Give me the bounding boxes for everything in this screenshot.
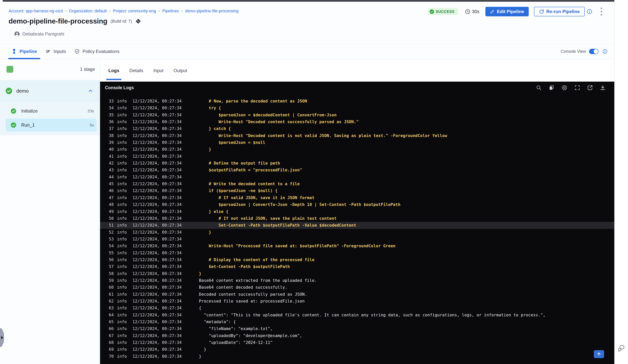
avatar bbox=[14, 31, 20, 37]
git-build-icon bbox=[135, 18, 141, 24]
log-line-number: 43 bbox=[108, 167, 114, 173]
main-tab-label: Inputs bbox=[54, 49, 66, 54]
pencil-icon bbox=[490, 9, 494, 14]
download-icon[interactable] bbox=[600, 85, 606, 90]
log-timestamp: 12/12/2024, 00:27:34 bbox=[133, 298, 181, 305]
top-dark-bar bbox=[3, 0, 614, 2]
log-timestamp: 12/12/2024, 00:27:34 bbox=[133, 284, 181, 291]
log-timestamp: 12/12/2024, 00:27:34 bbox=[133, 160, 181, 167]
log-message: Write-Host "Processed file saved at: $ou… bbox=[199, 242, 396, 249]
console-view-toggle[interactable] bbox=[589, 49, 599, 54]
log-row: 45info12/12/2024, 00:27:34 # Write the d… bbox=[100, 180, 614, 187]
breadcrumb-link[interactable]: Account: app-harness-ng-cicd bbox=[8, 9, 63, 13]
log-tab-logs[interactable]: Logs bbox=[108, 59, 120, 82]
log-row: 41info12/12/2024, 00:27:34 bbox=[100, 153, 614, 160]
log-level: info bbox=[117, 312, 127, 318]
step-duration: 5s bbox=[90, 123, 94, 127]
log-level: info bbox=[117, 208, 127, 215]
log-tab-output[interactable]: Output bbox=[173, 59, 188, 82]
stage-status-square[interactable] bbox=[6, 66, 13, 73]
log-line-number: 65 bbox=[108, 318, 114, 325]
log-tab-input[interactable]: Input bbox=[153, 59, 164, 82]
log-level: info bbox=[117, 346, 127, 353]
log-timestamp: 12/12/2024, 00:27:34 bbox=[133, 263, 181, 270]
log-timestamp: 12/12/2024, 00:27:34 bbox=[133, 339, 181, 346]
log-row: 40info12/12/2024, 00:27:34 } bbox=[100, 146, 614, 153]
chevron-up-icon[interactable] bbox=[88, 88, 93, 93]
step-row-initialize[interactable]: Initialize23s bbox=[6, 105, 97, 118]
log-timestamp: 12/12/2024, 00:27:34 bbox=[133, 318, 181, 325]
log-row: 33info12/12/2024, 00:27:34 # Now, parse … bbox=[100, 98, 614, 105]
log-row: 70info12/12/2024, 00:27:34} bbox=[100, 353, 614, 360]
log-timestamp: 12/12/2024, 00:27:34 bbox=[133, 112, 181, 118]
log-message: } bbox=[199, 146, 211, 153]
success-check-icon bbox=[430, 9, 434, 14]
log-message: $parsedJson = $null bbox=[199, 139, 265, 146]
log-tab-details[interactable]: Details bbox=[129, 59, 144, 82]
log-level: info bbox=[117, 229, 127, 236]
rerun-pipeline-button[interactable]: Re-run Pipeline bbox=[534, 7, 585, 16]
log-timestamp: 12/12/2024, 00:27:34 bbox=[133, 277, 181, 284]
step-row-run_1[interactable]: Run_15s bbox=[6, 119, 97, 132]
more-options-menu-icon[interactable] bbox=[600, 7, 603, 16]
copy-icon[interactable] bbox=[549, 85, 554, 90]
log-message: # Define the output file path bbox=[199, 160, 280, 167]
log-message: { bbox=[199, 305, 201, 311]
edit-pipeline-button[interactable]: Edit Pipeline bbox=[485, 7, 529, 16]
breadcrumb-link[interactable]: Organization: default bbox=[69, 9, 107, 13]
breadcrumb-link[interactable]: Project: community-eng bbox=[113, 9, 156, 13]
log-message: $parsedJson | ConvertTo-Json -Depth 10 |… bbox=[199, 201, 400, 208]
log-line-number: 63 bbox=[108, 305, 114, 311]
breadcrumb-separator: › bbox=[65, 8, 67, 13]
breadcrumb-link[interactable]: demo-pipeline-file-processing bbox=[185, 9, 238, 13]
log-timestamp: 12/12/2024, 00:27:34 bbox=[133, 229, 181, 236]
log-timestamp: 12/12/2024, 00:27:34 bbox=[133, 256, 181, 263]
console-log-area[interactable]: 33info12/12/2024, 00:27:34 # Now, parse … bbox=[100, 94, 614, 364]
log-timestamp: 12/12/2024, 00:27:34 bbox=[133, 187, 181, 194]
log-level: info bbox=[117, 180, 127, 187]
scroll-to-top-button[interactable] bbox=[594, 350, 604, 358]
log-message: Write-Host "Decoded content is not valid… bbox=[199, 132, 447, 139]
log-row: 37info12/12/2024, 00:27:34 } catch { bbox=[100, 125, 614, 132]
console-view-label: Console View bbox=[561, 49, 586, 54]
main-tab-policy-evaluations[interactable]: Policy Evaluations bbox=[71, 43, 123, 59]
log-level: info bbox=[117, 174, 127, 180]
log-message: $parsedJson = $decodedContent | ConvertF… bbox=[199, 112, 337, 118]
log-level: info bbox=[117, 291, 127, 298]
log-message: if ($parsedJson -ne $null) { bbox=[199, 187, 278, 194]
log-line-number: 51 bbox=[108, 222, 114, 229]
log-message: } bbox=[199, 353, 201, 360]
log-line-number: 35 bbox=[108, 112, 114, 118]
search-icon[interactable] bbox=[536, 85, 542, 90]
breadcrumb-link[interactable]: Pipelines bbox=[162, 9, 179, 13]
log-line-number: 57 bbox=[108, 263, 114, 270]
arrow-up-icon bbox=[597, 352, 601, 357]
console-view-info-icon[interactable] bbox=[602, 49, 608, 54]
log-row: 62info12/12/2024, 00:27:34Processed file… bbox=[100, 298, 614, 305]
log-line-number: 61 bbox=[108, 291, 114, 298]
log-level: info bbox=[117, 160, 127, 167]
log-line-number: 58 bbox=[108, 270, 114, 277]
fullscreen-icon[interactable] bbox=[574, 85, 580, 90]
log-level: info bbox=[117, 125, 127, 132]
log-row: 57info12/12/2024, 00:27:34 Get-Content -… bbox=[100, 263, 614, 270]
main-tabs: PipelineInputsPolicy Evaluations bbox=[8, 43, 125, 59]
console-view-control: Console View bbox=[561, 43, 608, 59]
rerun-info-icon[interactable] bbox=[587, 9, 592, 14]
log-message: "content": "This is the uploaded file's … bbox=[199, 312, 546, 318]
log-timestamp: 12/12/2024, 00:27:34 bbox=[133, 208, 181, 215]
log-level: info bbox=[117, 250, 127, 256]
log-level: info bbox=[117, 187, 127, 194]
log-timestamp: 12/12/2024, 00:27:34 bbox=[133, 125, 181, 132]
stage-group-header-demo[interactable]: demo bbox=[0, 80, 100, 102]
log-row: 60info12/12/2024, 00:27:34Base64 content… bbox=[100, 284, 614, 291]
log-level: info bbox=[117, 284, 127, 291]
settings-icon[interactable] bbox=[561, 85, 567, 91]
main-tab-inputs[interactable]: Inputs bbox=[42, 43, 69, 59]
log-level: info bbox=[117, 146, 127, 153]
log-level: info bbox=[117, 98, 127, 105]
main-tab-pipeline[interactable]: Pipeline bbox=[8, 43, 40, 59]
status-label: SUCCESS bbox=[436, 9, 455, 14]
open-in-new-icon[interactable] bbox=[587, 85, 593, 90]
support-chat-icon[interactable] bbox=[618, 344, 625, 352]
